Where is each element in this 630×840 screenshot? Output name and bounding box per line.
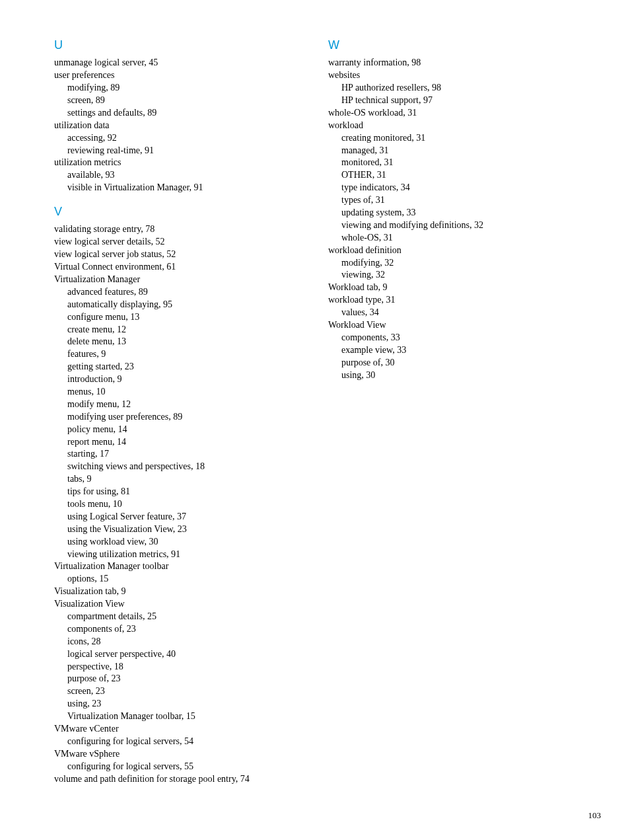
index-entry: screen, 23 [54,685,328,698]
index-entry: create menu, 12 [54,324,328,336]
letter-heading-v: V [54,204,328,219]
index-entry: tools menu, 10 [54,498,328,511]
entries-w: warranty information, 98websitesHP autho… [328,57,604,381]
index-entry: options, 15 [54,573,328,586]
index-entry: Virtualization Manager toolbar, 15 [54,710,328,723]
index-entry: whole-OS workload, 31 [328,107,604,120]
index-entry: modify menu, 12 [54,399,328,411]
index-entry: using the Visualization View, 23 [54,523,328,536]
index-entry: HP authorized resellers, 98 [328,82,604,95]
index-entry: view logical server details, 52 [54,236,328,248]
index-entry: example view, 33 [328,344,604,357]
index-entry: creating monitored, 31 [328,132,604,145]
index-entry: warranty information, 98 [328,57,604,69]
index-entry: VMware vCenter [54,723,328,736]
letter-heading-u: U [54,37,328,53]
index-entry: VMware vSphere [54,748,328,761]
entries-u: unmanage logical server, 45user preferen… [54,57,328,194]
index-entry: screen, 89 [54,95,328,107]
index-entry: values, 34 [328,307,604,319]
index-entry: tips for using, 81 [54,486,328,498]
index-entry: workload definition [328,245,604,257]
letter-heading-w: W [328,37,604,53]
index-entry: settings and defaults, 89 [54,107,328,120]
index-entry: report menu, 14 [54,436,328,449]
index-entry: menus, 10 [54,386,328,399]
index-entry: user preferences [54,69,328,82]
left-column: U unmanage logical server, 45user prefer… [54,37,328,785]
index-entry: utilization data [54,120,328,132]
index-entry: components, 33 [328,332,604,344]
index-entry: Workload tab, 9 [328,282,604,294]
section-u: U unmanage logical server, 45user prefer… [54,37,328,194]
index-entry: utilization metrics [54,157,328,169]
index-entry: Workload View [328,319,604,332]
index-entry: configuring for logical servers, 55 [54,761,328,773]
index-entry: managed, 31 [328,145,604,157]
index-entry: perspective, 18 [54,661,328,673]
index-entry: delete menu, 13 [54,336,328,348]
index-entry: updating system, 33 [328,207,604,219]
index-entry: getting started, 23 [54,361,328,373]
index-entry: automatically displaying, 95 [54,299,328,311]
index-entry: types of, 31 [328,194,604,207]
index-entry: compartment details, 25 [54,611,328,623]
index-entry: configuring for logical servers, 54 [54,736,328,748]
index-entry: using, 23 [54,698,328,710]
index-entry: using workload view, 30 [54,536,328,549]
index-entry: HP technical support, 97 [328,95,604,107]
index-entry: modifying, 32 [328,257,604,270]
index-entry: accessing, 92 [54,132,328,145]
index-entry: workload [328,120,604,132]
index-entry: logical server perspective, 40 [54,648,328,661]
section-w: W warranty information, 98websitesHP aut… [328,37,604,381]
index-entry: using Logical Server feature, 37 [54,511,328,523]
index-entry: type indicators, 34 [328,182,604,194]
index-entry: Virtualization Manager toolbar [54,560,328,573]
index-entry: switching views and perspectives, 18 [54,461,328,473]
index-entry: visible in Virtualization Manager, 91 [54,182,328,194]
index-entry: introduction, 9 [54,373,328,386]
index-entry: view logical server job status, 52 [54,248,328,261]
right-column: W warranty information, 98websitesHP aut… [328,37,604,785]
index-entry: Virtual Connect environment, 61 [54,261,328,274]
index-entry: viewing utilization metrics, 91 [54,549,328,561]
index-entry: modifying, 89 [54,82,328,95]
index-entry: Virtualization Manager [54,274,328,286]
index-entry: validating storage entry, 78 [54,223,328,236]
index-columns: U unmanage logical server, 45user prefer… [0,37,630,785]
index-entry: available, 93 [54,169,328,182]
index-entry: components of, 23 [54,623,328,636]
index-entry: modifying user preferences, 89 [54,411,328,424]
index-entry: monitored, 31 [328,157,604,169]
index-entry: volume and path definition for storage p… [54,773,328,786]
index-entry: viewing and modifying definitions, 32 [328,219,604,232]
index-entry: Visualization View [54,598,328,611]
index-entry: using, 30 [328,369,604,382]
entries-v: validating storage entry, 78view logical… [54,223,328,785]
section-v: V validating storage entry, 78view logic… [54,204,328,785]
index-entry: OTHER, 31 [328,169,604,182]
index-entry: configure menu, 13 [54,311,328,324]
index-entry: icons, 28 [54,636,328,648]
index-entry: viewing, 32 [328,269,604,282]
index-entry: workload type, 31 [328,294,604,307]
page-number: 103 [588,810,602,821]
index-entry: whole-OS, 31 [328,232,604,245]
index-entry: purpose of, 23 [54,673,328,685]
index-entry: starting, 17 [54,448,328,461]
index-entry: features, 9 [54,348,328,361]
index-entry: websites [328,69,604,82]
index-entry: tabs, 9 [54,473,328,486]
index-entry: advanced features, 89 [54,286,328,299]
index-entry: unmanage logical server, 45 [54,57,328,69]
index-entry: purpose of, 30 [328,357,604,369]
index-entry: Visualization tab, 9 [54,586,328,598]
index-entry: reviewing real-time, 91 [54,145,328,157]
index-entry: policy menu, 14 [54,424,328,436]
